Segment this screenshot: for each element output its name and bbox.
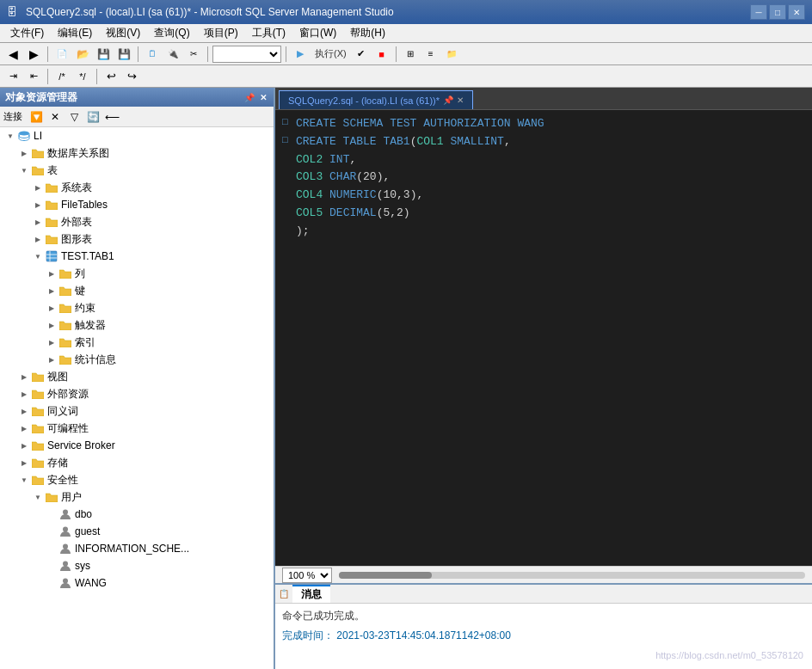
code-content[interactable]: COL5 DECIMAL(5,2) xyxy=(296,205,410,223)
tree-item[interactable]: ▶约束 xyxy=(0,299,274,316)
tree-expand-icon[interactable]: ▶ xyxy=(17,421,31,435)
tree-item[interactable]: ▼TEST.TAB1 xyxy=(0,248,274,265)
oe-filter2-btn[interactable]: ▽ xyxy=(65,108,83,126)
tree-item[interactable]: sys xyxy=(0,557,274,574)
oe-connect-label[interactable]: 连接 xyxy=(3,110,22,123)
execute-label[interactable]: 执行(X) xyxy=(315,47,347,60)
tree-expand-icon[interactable]: ▶ xyxy=(31,232,45,246)
tree-item[interactable]: ▶存储 xyxy=(0,454,274,471)
menu-query[interactable]: 查询(Q) xyxy=(147,24,196,42)
tree-item[interactable]: ▶Service Broker xyxy=(0,437,274,454)
menu-project[interactable]: 项目(P) xyxy=(197,24,245,42)
scroll-track[interactable] xyxy=(339,572,805,579)
db-selector[interactable]: LI xyxy=(212,46,281,63)
tree-item[interactable]: ▶数据库关系图 xyxy=(0,144,274,162)
tree-item[interactable]: ▶FileTables xyxy=(0,196,274,213)
results-grid-btn[interactable]: ⊞ xyxy=(401,45,420,64)
menu-file[interactable]: 文件(F) xyxy=(3,24,51,42)
tree-item[interactable]: ▼表 xyxy=(0,162,274,179)
tree-expand-icon[interactable]: ▶ xyxy=(45,267,58,280)
tree-item[interactable]: ▶列 xyxy=(0,265,274,282)
tree-expand-icon[interactable] xyxy=(45,576,58,590)
tree-item[interactable]: ▶键 xyxy=(0,282,274,299)
results-tab-messages[interactable]: 消息 xyxy=(292,585,330,603)
menu-edit[interactable]: 编辑(E) xyxy=(51,24,99,42)
tree-expand-icon[interactable]: ▶ xyxy=(17,387,31,401)
code-content[interactable]: CREATE SCHEMA TEST AUTHORIZATION WANG xyxy=(296,115,544,133)
tree-expand-icon[interactable]: ▼ xyxy=(17,163,31,177)
close-button[interactable]: ✕ xyxy=(788,4,805,20)
back-button[interactable]: ◀ xyxy=(3,45,22,64)
tree-item[interactable]: guest xyxy=(0,523,274,540)
tree-item[interactable]: WANG xyxy=(0,574,274,592)
new-query-btn[interactable]: 📄 xyxy=(52,45,71,64)
tree-expand-icon[interactable]: ▶ xyxy=(31,181,45,194)
outdent-btn[interactable]: ⇤ xyxy=(24,67,43,86)
oe-pin-icon[interactable]: 📌 xyxy=(243,92,256,103)
comment-btn[interactable]: /* xyxy=(52,67,71,86)
tree-item[interactable]: ▶系统表 xyxy=(0,179,274,196)
menu-window[interactable]: 窗口(W) xyxy=(292,24,343,42)
tree-item[interactable]: ▶索引 xyxy=(0,334,274,351)
sql-tab-close[interactable]: ✕ xyxy=(457,95,464,105)
new-query-btn2[interactable]: 🗒 xyxy=(143,45,162,64)
tree-expand-icon[interactable]: ▼ xyxy=(3,129,17,143)
tree-item[interactable]: ▶视图 xyxy=(0,368,274,385)
tree-expand-icon[interactable]: ▶ xyxy=(45,335,58,349)
tree-item[interactable]: INFORMATION_SCHE... xyxy=(0,540,274,557)
save-all-btn[interactable]: 💾 xyxy=(114,45,133,64)
tree-expand-icon[interactable] xyxy=(45,525,58,538)
tree-expand-icon[interactable]: ▶ xyxy=(17,146,31,160)
scroll-thumb[interactable] xyxy=(339,572,432,579)
code-content[interactable]: CREATE TABLE TAB1(COL1 SMALLINT, xyxy=(296,133,511,151)
db-disconnect-btn[interactable]: ✂ xyxy=(184,45,203,64)
oe-refresh-btn[interactable]: 🔄 xyxy=(84,108,102,126)
save-btn[interactable]: 💾 xyxy=(94,45,113,64)
oe-disconnect-btn[interactable]: ✕ xyxy=(46,108,64,126)
code-content[interactable]: COL2 INT, xyxy=(296,151,356,169)
tree-item[interactable]: ▼LI xyxy=(0,127,274,144)
code-content[interactable]: ); xyxy=(296,223,310,241)
tree-item[interactable]: ▶可编程性 xyxy=(0,420,274,437)
oe-close-icon[interactable]: ✕ xyxy=(258,92,268,103)
code-content[interactable]: COL3 CHAR(20), xyxy=(296,169,390,187)
tree-expand-icon[interactable]: ▶ xyxy=(45,353,58,366)
code-content[interactable]: COL4 NUMERIC(10,3), xyxy=(296,187,423,205)
execute-btn[interactable]: ▶ xyxy=(291,45,310,64)
menu-view[interactable]: 视图(V) xyxy=(99,24,147,42)
maximize-button[interactable]: □ xyxy=(769,4,786,20)
stop-btn[interactable]: ■ xyxy=(372,45,391,64)
tree-item[interactable]: ▶外部资源 xyxy=(0,385,274,402)
tree-item[interactable]: ▼用户 xyxy=(0,488,274,506)
redo-btn[interactable]: ↪ xyxy=(122,67,141,86)
tree-expand-icon[interactable] xyxy=(45,542,58,555)
tree-expand-icon[interactable]: ▶ xyxy=(17,370,31,384)
tree-expand-icon[interactable]: ▼ xyxy=(17,473,31,487)
tree-expand-icon[interactable]: ▶ xyxy=(45,318,58,332)
sql-tab-pin[interactable]: 📌 xyxy=(443,95,453,105)
tree-expand-icon[interactable]: ▶ xyxy=(45,284,58,298)
menu-tools[interactable]: 工具(T) xyxy=(245,24,292,42)
oe-collapse-btn[interactable]: ⟵ xyxy=(103,108,120,126)
sql-editor[interactable]: □CREATE SCHEMA TEST AUTHORIZATION WANG□C… xyxy=(275,110,812,566)
uncomment-btn[interactable]: */ xyxy=(73,67,92,86)
tree-item[interactable]: ▶同义词 xyxy=(0,402,274,420)
db-connect-btn[interactable]: 🔌 xyxy=(163,45,182,64)
tree-item[interactable]: ▶外部表 xyxy=(0,213,274,230)
results-text-btn[interactable]: ≡ xyxy=(421,45,440,64)
tree-expand-icon[interactable]: ▶ xyxy=(17,439,31,452)
tree-item[interactable]: ▼安全性 xyxy=(0,471,274,488)
tree-expand-icon[interactable] xyxy=(45,507,58,521)
window-controls[interactable]: ─ □ ✕ xyxy=(750,4,805,20)
minimize-button[interactable]: ─ xyxy=(750,4,767,20)
open-btn[interactable]: 📂 xyxy=(73,45,92,64)
tree-expand-icon[interactable]: ▶ xyxy=(17,404,31,418)
sql-tab-active[interactable]: SQLQuery2.sql - (local).LI (sa (61))* 📌 … xyxy=(279,90,473,109)
tree-expand-icon[interactable]: ▶ xyxy=(31,198,45,212)
tree-item[interactable]: dbo xyxy=(0,506,274,523)
indent-btn[interactable]: ⇥ xyxy=(3,67,22,86)
tree-expand-icon[interactable]: ▶ xyxy=(31,215,45,229)
tree-expand-icon[interactable]: ▶ xyxy=(17,456,31,470)
zoom-select[interactable]: 100 % xyxy=(282,568,332,583)
undo-btn[interactable]: ↩ xyxy=(102,67,120,86)
